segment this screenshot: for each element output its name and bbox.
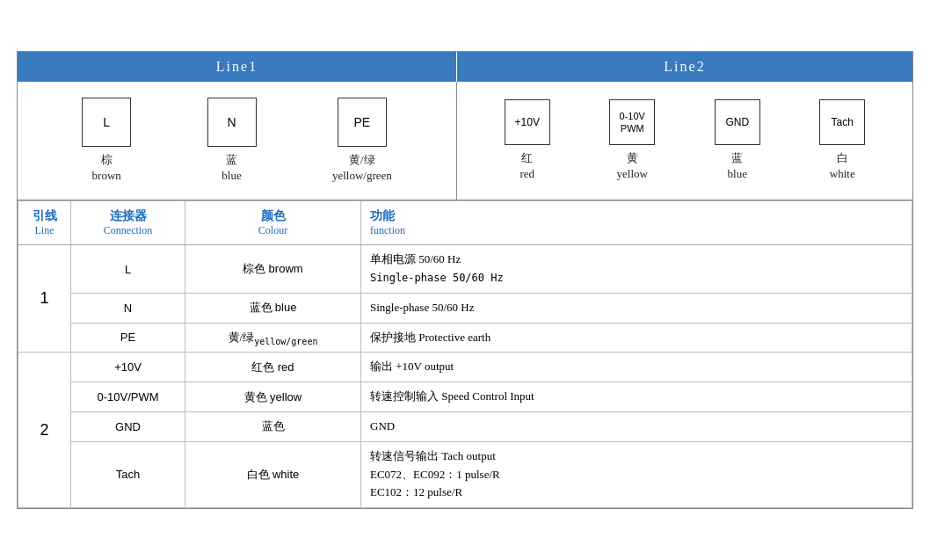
colour-cell: 黄色 yellow <box>185 382 361 412</box>
function-cell: 单相电源 50/60 HzSingle-phase 50/60 Hz <box>361 245 912 294</box>
connector-PE: PE 黄/绿yellow/green <box>332 98 392 184</box>
header-line-en: Line <box>27 224 62 237</box>
connection-cell: L <box>71 245 185 294</box>
table-header-row: 引线 Line 连接器 Connection 颜色 Colour 功能 func… <box>18 201 912 245</box>
header-func-en: function <box>370 224 903 237</box>
colour-cell: 白色 white <box>185 441 361 507</box>
function-cell: 输出 +10V output <box>361 353 912 382</box>
connection-cell: PE <box>71 323 185 353</box>
connector-box-PE: PE <box>338 98 387 147</box>
header-func-zh: 功能 <box>370 208 903 224</box>
line1-connectors: L 棕brown N 蓝blue PE 黄/绿yellow/green <box>18 82 457 200</box>
function-cell: 转速信号输出 Tach outputEC072、EC092：1 pulse/RE… <box>361 441 912 507</box>
connector-label-Tach: 白white <box>830 150 855 182</box>
connection-cell: Tach <box>71 441 185 507</box>
colour-cell: 红色 red <box>185 353 361 382</box>
function-cell: Single-phase 50/60 Hz <box>361 293 912 323</box>
connector-label-GND: 蓝blue <box>728 150 747 182</box>
header-colour-zh: 颜色 <box>194 208 352 224</box>
header-row: Line1 Line2 <box>18 52 912 82</box>
line2-connectors: +10V 红red 0-10VPWM 黄yellow GND 蓝blue Tac… <box>457 82 912 200</box>
table-row: PE黄/绿yellow/green保护接地 Protective earth <box>18 323 912 353</box>
colour-cell: 蓝色 <box>185 411 361 441</box>
table-row: 1L棕色 browm单相电源 50/60 HzSingle-phase 50/6… <box>18 245 912 294</box>
header-func-cell: 功能 function <box>361 201 912 245</box>
connector-PWM: 0-10VPWM 黄yellow <box>609 99 655 182</box>
function-cell: 转速控制输入 Speed Control Input <box>361 382 912 412</box>
table-row: Tach白色 white转速信号输出 Tach outputEC072、EC09… <box>18 441 912 507</box>
connection-cell: 0-10V/PWM <box>71 382 185 412</box>
line-cell: 1 <box>18 245 71 353</box>
table-row: GND蓝色GND <box>18 411 912 441</box>
table-row: N蓝色 blueSingle-phase 50/60 Hz <box>18 293 912 323</box>
connector-label-PWM: 黄yellow <box>617 150 648 182</box>
table-section: 引线 Line 连接器 Connection 颜色 Colour 功能 func… <box>18 200 912 508</box>
header-colour-cell: 颜色 Colour <box>185 201 361 245</box>
function-cell: 保护接地 Protective earth <box>361 323 912 353</box>
header-line-cell: 引线 Line <box>18 201 71 245</box>
connection-cell: GND <box>71 411 185 441</box>
colour-cell: 黄/绿yellow/green <box>185 323 361 353</box>
header-conn-en: Connection <box>80 224 176 237</box>
connector-label-10V: 红red <box>519 150 534 182</box>
connector-box-PWM: 0-10VPWM <box>609 99 655 145</box>
table-row: 0-10V/PWM黄色 yellow转速控制输入 Speed Control I… <box>18 382 912 412</box>
connector-10V: +10V 红red <box>505 99 550 182</box>
header-line2: Line2 <box>457 52 912 82</box>
connector-L: L 棕brown <box>82 98 131 184</box>
table-body: 1L棕色 browm单相电源 50/60 HzSingle-phase 50/6… <box>18 245 912 508</box>
header-line2-label: Line2 <box>664 59 705 74</box>
wiring-table: 引线 Line 连接器 Connection 颜色 Colour 功能 func… <box>18 200 912 508</box>
diagram-row: L 棕brown N 蓝blue PE 黄/绿yellow/green +10V… <box>18 82 912 200</box>
header-line1: Line1 <box>18 52 457 82</box>
colour-cell: 棕色 browm <box>185 245 361 294</box>
connection-cell: +10V <box>71 353 185 382</box>
line-cell: 2 <box>18 353 71 508</box>
connector-label-PE: 黄/绿yellow/green <box>332 152 392 184</box>
header-colour-en: Colour <box>194 224 352 237</box>
table-row: 2+10V红色 red输出 +10V output <box>18 353 912 382</box>
header-line-zh: 引线 <box>27 208 62 224</box>
header-line1-label: Line1 <box>216 59 258 74</box>
colour-cell: 蓝色 blue <box>185 293 361 323</box>
function-cell: GND <box>361 411 912 441</box>
connector-box-L: L <box>82 98 131 147</box>
main-container: Line1 Line2 L 棕brown N 蓝blue PE 黄/绿yello… <box>17 51 913 509</box>
connector-GND: GND 蓝blue <box>715 99 760 182</box>
connector-Tach: Tach 白white <box>819 99 865 182</box>
connector-box-Tach: Tach <box>819 99 865 145</box>
connector-box-N: N <box>207 98 257 147</box>
connection-cell: N <box>71 293 185 323</box>
header-conn-cell: 连接器 Connection <box>71 201 185 245</box>
connector-box-GND: GND <box>715 99 760 145</box>
connector-label-L: 棕brown <box>92 152 121 184</box>
header-conn-zh: 连接器 <box>80 208 176 224</box>
connector-N: N 蓝blue <box>207 98 257 184</box>
connector-box-10V: +10V <box>505 99 550 145</box>
connector-label-N: 蓝blue <box>222 152 241 184</box>
